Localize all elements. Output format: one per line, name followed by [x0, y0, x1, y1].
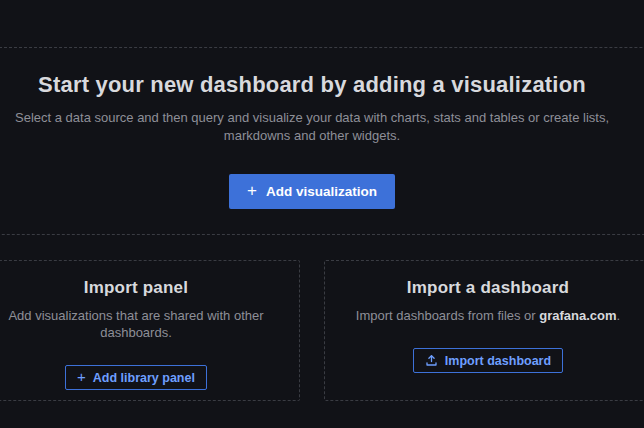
add-library-panel-button-label: Add library panel	[93, 371, 195, 385]
add-visualization-panel: Start your new dashboard by adding a vis…	[0, 47, 644, 235]
page-subtitle: Select a data source and then query and …	[6, 109, 618, 144]
import-panel-card: Import panel Add visualizations that are…	[0, 260, 300, 401]
import-dashboard-description: Import dashboards from files or grafana.…	[333, 307, 643, 324]
add-visualization-button-label: Add visualization	[266, 184, 377, 199]
description-text: .	[617, 308, 621, 323]
page-title: Start your new dashboard by adding a vis…	[38, 72, 586, 98]
add-library-panel-button[interactable]: + Add library panel	[65, 365, 207, 390]
plus-icon: +	[77, 369, 86, 384]
import-options-row: Import panel Add visualizations that are…	[0, 260, 644, 401]
import-dashboard-button-label: Import dashboard	[445, 354, 551, 368]
import-dashboard-title: Import a dashboard	[325, 278, 644, 298]
import-dashboard-button[interactable]: Import dashboard	[413, 348, 563, 373]
import-dashboard-card: Import a dashboard Import dashboards fro…	[324, 260, 644, 401]
add-visualization-button[interactable]: + Add visualization	[229, 174, 395, 209]
grafana-com-link[interactable]: grafana.com	[539, 308, 616, 323]
plus-icon: +	[247, 182, 257, 199]
import-panel-description: Add visualizations that are shared with …	[0, 307, 276, 341]
description-text: Import dashboards from files or	[356, 308, 540, 323]
import-panel-title: Import panel	[0, 278, 299, 298]
empty-dashboard-canvas: Start your new dashboard by adding a vis…	[0, 0, 644, 401]
upload-icon	[425, 354, 438, 367]
